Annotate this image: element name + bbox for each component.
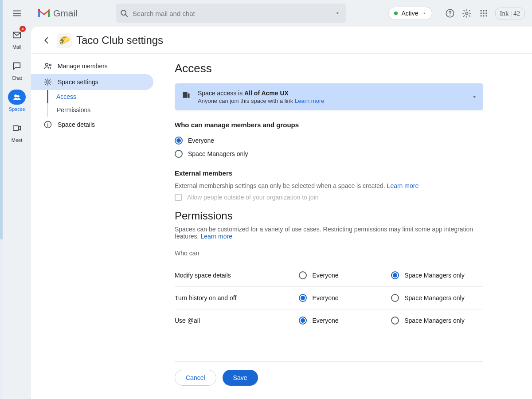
radio-icon xyxy=(391,271,399,279)
presence-status[interactable]: Active xyxy=(388,7,432,20)
permissions-table: Modify space detailsEveryoneSpace Manage… xyxy=(175,264,483,332)
svg-point-11 xyxy=(485,10,487,12)
svg-point-16 xyxy=(483,15,484,16)
search-icon xyxy=(119,8,129,18)
permission-radio-managers-label: Space Managers only xyxy=(404,294,464,301)
svg-point-10 xyxy=(483,10,484,12)
search-box[interactable] xyxy=(116,4,346,23)
settings-card: 🌮 Taco Club settings Manage members Spac… xyxy=(31,27,532,399)
rail-item-chat[interactable]: Chat xyxy=(8,59,26,81)
card-header: 🌮 Taco Club settings xyxy=(31,27,532,53)
svg-point-18 xyxy=(46,63,48,66)
permission-radio-managers[interactable]: Space Managers only xyxy=(391,271,483,279)
manage-radio-everyone-label: Everyone xyxy=(188,137,214,144)
permission-row: Turn history on and offEveryoneSpace Man… xyxy=(175,286,483,309)
radio-icon xyxy=(175,137,183,145)
svg-point-17 xyxy=(485,15,487,16)
mail-badge: 4 xyxy=(20,26,26,32)
permission-radio-managers[interactable]: Space Managers only xyxy=(391,294,483,302)
nav-space-details-label: Space details xyxy=(58,121,95,128)
rail-label-chat: Chat xyxy=(12,75,22,81)
manage-radio-everyone[interactable]: Everyone xyxy=(175,134,483,147)
access-banner-line2: Anyone can join this space with a link L… xyxy=(198,98,324,104)
search-input[interactable] xyxy=(129,10,332,17)
external-checkbox-label: Allow people outside of your organizatio… xyxy=(187,194,319,201)
permission-radio-everyone-label: Everyone xyxy=(312,317,338,324)
account-badge[interactable]: Ink | 42 xyxy=(495,8,525,20)
back-button[interactable] xyxy=(41,35,52,46)
nav-space-details[interactable]: Space details xyxy=(31,117,153,133)
main-menu-icon[interactable] xyxy=(12,8,22,19)
permission-radio-everyone[interactable]: Everyone xyxy=(299,317,391,325)
manage-members-heading: Who can manage members and groups xyxy=(175,121,483,129)
nav-sub-permissions[interactable]: Permissions xyxy=(48,103,164,117)
checkbox-icon xyxy=(175,194,182,201)
help-icon[interactable] xyxy=(445,8,455,19)
settings-content: Access Space access is All of Acme UX An… xyxy=(164,54,532,399)
manage-radio-managers[interactable]: Space Managers only xyxy=(175,147,483,160)
svg-point-1 xyxy=(17,95,20,98)
settings-nav: Manage members Space settings Access Per… xyxy=(31,54,164,399)
product-name: Gmail xyxy=(53,8,78,19)
permission-radio-everyone[interactable]: Everyone xyxy=(299,294,391,302)
permission-label: Modify space details xyxy=(175,272,299,279)
external-desc: External membership settings can only be… xyxy=(175,182,483,189)
left-rail: 4 Mail Chat Spaces Meet xyxy=(3,0,31,399)
cancel-button[interactable]: Cancel xyxy=(175,370,216,386)
permission-row: Use @allEveryoneSpace Managers only xyxy=(175,309,483,332)
card-footer: Cancel Save xyxy=(175,361,483,394)
space-avatar: 🌮 xyxy=(57,33,72,48)
permissions-heading: Permissions xyxy=(175,210,483,222)
permission-radio-everyone-label: Everyone xyxy=(312,272,338,279)
permission-label: Use @all xyxy=(175,317,299,324)
svg-rect-2 xyxy=(13,126,19,131)
search-options-icon[interactable] xyxy=(332,8,343,19)
svg-point-7 xyxy=(450,15,450,16)
access-heading: Access xyxy=(175,62,483,75)
who-can-label: Who can xyxy=(175,246,483,260)
gmail-logo[interactable]: Gmail xyxy=(37,8,78,19)
permission-row: Modify space detailsEveryoneSpace Manage… xyxy=(175,264,483,286)
nav-manage-members-label: Manage members xyxy=(58,63,108,70)
permissions-learn-more-link[interactable]: Learn more xyxy=(200,233,232,240)
chevron-down-icon xyxy=(422,11,426,16)
gmail-logo-icon xyxy=(37,8,51,18)
manage-members-icon xyxy=(43,62,52,70)
permission-radio-managers-label: Space Managers only xyxy=(404,272,464,279)
svg-point-20 xyxy=(47,81,49,83)
rail-item-mail[interactable]: 4 Mail xyxy=(8,27,26,50)
svg-point-9 xyxy=(480,10,481,12)
nav-sub-access[interactable]: Access xyxy=(47,90,164,103)
nav-manage-members[interactable]: Manage members xyxy=(31,58,153,74)
gear-icon xyxy=(43,78,52,86)
access-learn-more-link[interactable]: Learn more xyxy=(295,98,324,104)
external-checkbox-row: Allow people outside of your organizatio… xyxy=(175,194,483,201)
access-banner[interactable]: Space access is All of Acme UX Anyone ca… xyxy=(175,83,483,110)
save-button[interactable]: Save xyxy=(223,370,258,386)
svg-point-19 xyxy=(49,64,51,66)
access-banner-line1: Space access is All of Acme UX xyxy=(198,90,324,97)
permission-label: Turn history on and off xyxy=(175,294,299,301)
permission-radio-managers[interactable]: Space Managers only xyxy=(391,317,483,325)
rail-item-meet[interactable]: Meet xyxy=(8,121,26,143)
permissions-desc: Spaces can be customized for a variety o… xyxy=(175,226,483,240)
apps-grid-icon[interactable] xyxy=(478,8,489,19)
svg-point-14 xyxy=(485,12,487,14)
building-icon xyxy=(182,90,191,99)
chevron-down-icon xyxy=(472,94,477,100)
external-learn-more-link[interactable]: Learn more xyxy=(387,182,419,189)
rail-item-spaces[interactable]: Spaces xyxy=(8,90,26,112)
status-label: Active xyxy=(401,10,418,17)
permission-radio-everyone[interactable]: Everyone xyxy=(299,271,391,279)
settings-gear-icon[interactable] xyxy=(462,8,472,19)
nav-space-settings[interactable]: Space settings xyxy=(31,74,153,90)
page-title: Taco Club settings xyxy=(76,34,163,47)
radio-icon xyxy=(391,294,399,302)
svg-point-5 xyxy=(121,10,126,15)
radio-icon xyxy=(299,317,307,325)
radio-icon xyxy=(299,294,307,302)
rail-label-spaces: Spaces xyxy=(9,106,25,112)
nav-space-settings-label: Space settings xyxy=(58,78,98,86)
svg-point-12 xyxy=(480,12,481,14)
svg-point-8 xyxy=(466,12,468,15)
